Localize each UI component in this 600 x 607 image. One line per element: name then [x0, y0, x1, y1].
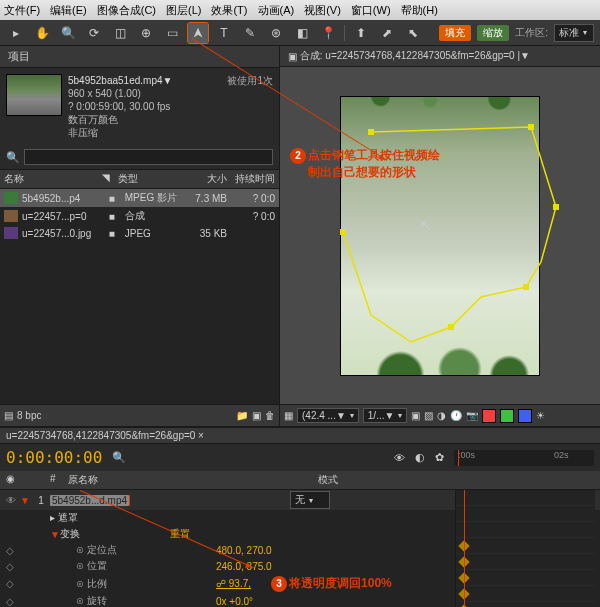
- transparency-grid-icon[interactable]: ▨: [424, 410, 433, 421]
- file-type-icon: [4, 227, 18, 239]
- track-cti[interactable]: [464, 490, 465, 607]
- canvas-decoration-bottom: [341, 315, 539, 375]
- col-size[interactable]: 大小: [179, 172, 227, 186]
- col-name[interactable]: 名称: [4, 172, 102, 186]
- workspace-label: 工作区:: [515, 26, 548, 40]
- menu-layer[interactable]: 图层(L): [166, 3, 201, 18]
- comp-tab-icon: ▣: [288, 51, 297, 62]
- bpc-toggle[interactable]: 8 bpc: [17, 410, 41, 421]
- shy-icon[interactable]: 👁: [394, 452, 405, 464]
- snapshot-icon[interactable]: 📷: [466, 410, 478, 421]
- timeline-tab[interactable]: u=2245734768,4122847305&fm=26&gp=0 ×: [0, 428, 600, 444]
- project-list: 5b4952b...p4■ MPEG 影片7.3 MB? 0:0 u=22457…: [0, 189, 279, 404]
- zoom-dropdown[interactable]: (42.4 ...▼: [297, 408, 359, 423]
- selection-tool[interactable]: ▸: [6, 23, 26, 43]
- channel-blue[interactable]: [518, 409, 532, 423]
- interpret-icon[interactable]: ▤: [4, 410, 13, 421]
- menu-animation[interactable]: 动画(A): [258, 3, 295, 18]
- text-tool[interactable]: T: [214, 23, 234, 43]
- trash-icon[interactable]: 🗑: [265, 410, 275, 421]
- project-selected-item: 5b4952baa51ed.mp4▼ 960 x 540 (1.00) ? 0:…: [0, 68, 279, 145]
- canvas-decoration-top: [341, 97, 539, 127]
- current-timecode[interactable]: 0:00:00:00: [6, 448, 102, 467]
- region-icon[interactable]: ▣: [411, 410, 420, 421]
- anchor-tool[interactable]: ⊕: [136, 23, 156, 43]
- viewer-footer: ▦ (42.4 ...▼ 1/...▼ ▣ ▨ ◑ 🕐 📷 ☀: [280, 404, 600, 426]
- channel-red[interactable]: [482, 409, 496, 423]
- pen-tool[interactable]: [188, 23, 208, 43]
- file-type-icon: [4, 210, 18, 222]
- clone-tool[interactable]: ⊛: [266, 23, 286, 43]
- new-folder-icon[interactable]: 📁: [236, 410, 248, 421]
- composition-viewer[interactable]: ↖ 2点击钢笔工具按住视频绘 制出自己想要的形状: [280, 67, 600, 404]
- camera-tool[interactable]: ◫: [110, 23, 130, 43]
- project-row[interactable]: u=22457...0.jpg■ JPEG35 KB: [0, 225, 279, 241]
- search-icon: 🔍: [6, 151, 20, 164]
- annotation-2: 2点击钢笔工具按住视频绘 制出自己想要的形状: [290, 147, 440, 181]
- col-mode[interactable]: 模式: [318, 473, 338, 487]
- menu-window[interactable]: 窗口(W): [351, 3, 391, 18]
- world-axis-icon[interactable]: ⬈: [377, 23, 397, 43]
- separator: [344, 25, 345, 41]
- project-row[interactable]: u=22457...p=0■ 合成? 0:0: [0, 207, 279, 225]
- grid-icon[interactable]: ▦: [284, 410, 293, 421]
- comp-tab-label: 合成: u=2245734768,4122847305&fm=26&gp=0 |…: [300, 49, 530, 63]
- shape-tool[interactable]: ▭: [162, 23, 182, 43]
- pin-tool[interactable]: 📍: [318, 23, 338, 43]
- workspace-dropdown[interactable]: 标准: [554, 24, 594, 42]
- local-axis-icon[interactable]: ⬆: [351, 23, 371, 43]
- selected-dims: 960 x 540 (1.00): [68, 87, 172, 100]
- menu-effect[interactable]: 效果(T): [211, 3, 247, 18]
- time-ruler[interactable]: :00s 02s: [454, 450, 594, 466]
- view-axis-icon[interactable]: ⬉: [403, 23, 423, 43]
- menu-file[interactable]: 文件(F): [4, 3, 40, 18]
- col-label[interactable]: ◥: [102, 172, 118, 186]
- menu-edit[interactable]: 编辑(E): [50, 3, 87, 18]
- svg-rect-5: [340, 229, 346, 235]
- menu-help[interactable]: 帮助(H): [401, 3, 438, 18]
- col-index: #: [50, 473, 68, 487]
- stroke-button[interactable]: 缩放: [477, 25, 509, 41]
- current-time-indicator[interactable]: [458, 450, 459, 466]
- composition-canvas[interactable]: [340, 96, 540, 376]
- project-thumbnail: [6, 74, 62, 116]
- menu-view[interactable]: 视图(V): [304, 3, 341, 18]
- cursor-icon: ↖: [420, 217, 432, 233]
- timeline-tracks[interactable]: [455, 490, 595, 607]
- timeline-panel: u=2245734768,4122847305&fm=26&gp=0 × 0:0…: [0, 426, 600, 607]
- project-row[interactable]: 5b4952b...p4■ MPEG 影片7.3 MB? 0:0: [0, 189, 279, 207]
- resolution-dropdown[interactable]: 1/...▼: [363, 408, 408, 423]
- menu-composition[interactable]: 图像合成(C): [97, 3, 156, 18]
- project-list-header: 名称 ◥ 类型 大小 持续时间: [0, 170, 279, 189]
- mask-toggle-icon[interactable]: ◑: [437, 410, 446, 421]
- svg-rect-2: [553, 204, 559, 210]
- menu-bar: 文件(F) 编辑(E) 图像合成(C) 图层(L) 效果(T) 动画(A) 视图…: [0, 0, 600, 20]
- timeline-search-icon[interactable]: 🔍: [112, 451, 126, 464]
- rotate-tool[interactable]: ⟳: [84, 23, 104, 43]
- composition-panel: ▣ 合成: u=2245734768,4122847305&fm=26&gp=0…: [280, 46, 600, 426]
- selected-colors: 数百万颜色: [68, 113, 172, 126]
- project-tab[interactable]: 项目: [0, 46, 279, 68]
- selected-fps: ? 0:00:59:00, 30.00 fps: [68, 100, 172, 113]
- annotation-2-badge: 2: [290, 148, 306, 164]
- channel-green[interactable]: [500, 409, 514, 423]
- col-dur[interactable]: 持续时间: [227, 172, 275, 186]
- timeline-body: 👁▼15b4952b...d.mp4无▸ 遮罩▼ 变换重置◇⊙ 定位点480.0…: [0, 490, 600, 607]
- hand-tool[interactable]: ✋: [32, 23, 52, 43]
- graph-icon[interactable]: ✿: [435, 451, 444, 464]
- fill-button[interactable]: 填充: [439, 25, 471, 41]
- composition-tab[interactable]: ▣ 合成: u=2245734768,4122847305&fm=26&gp=0…: [280, 46, 600, 67]
- brush-tool[interactable]: ✎: [240, 23, 260, 43]
- project-search-input[interactable]: [24, 149, 273, 165]
- col-type[interactable]: 类型: [118, 172, 179, 186]
- project-footer: ▤ 8 bpc 📁 ▣ 🗑: [0, 404, 279, 426]
- col-source-name[interactable]: 原名称: [68, 473, 198, 487]
- zoom-tool[interactable]: 🔍: [58, 23, 78, 43]
- exposure-icon[interactable]: ☀: [536, 410, 545, 421]
- new-comp-icon[interactable]: ▣: [252, 410, 261, 421]
- col-eye: ◉: [6, 473, 20, 487]
- eraser-tool[interactable]: ◧: [292, 23, 312, 43]
- timecode-icon[interactable]: 🕐: [450, 410, 462, 421]
- selected-compress: 非压缩: [68, 126, 172, 139]
- motion-blur-icon[interactable]: ◐: [415, 451, 425, 464]
